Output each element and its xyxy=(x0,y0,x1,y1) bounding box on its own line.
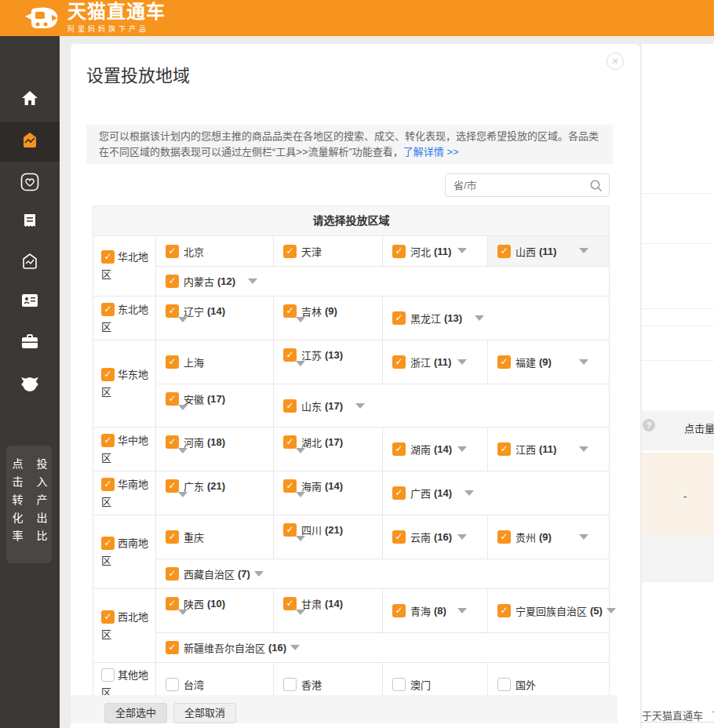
checkbox-checked[interactable] xyxy=(497,245,511,258)
checkbox-checked[interactable] xyxy=(283,245,297,258)
learn-more-link[interactable]: 了解详情 >> xyxy=(403,146,459,158)
checkbox-checked[interactable] xyxy=(101,434,115,447)
checkbox-checked[interactable] xyxy=(497,530,511,544)
dropdown-arrow-icon[interactable] xyxy=(457,359,467,365)
checkbox-checked[interactable] xyxy=(392,311,406,325)
checkbox-checked[interactable] xyxy=(392,530,406,544)
province-cell-海南[interactable]: 海南(14) xyxy=(274,471,383,515)
checkbox-checked[interactable] xyxy=(166,597,179,610)
checkbox-checked[interactable] xyxy=(101,368,115,381)
checkbox-unchecked[interactable] xyxy=(101,668,115,682)
checkbox-checked[interactable] xyxy=(166,355,179,369)
checkbox-checked[interactable] xyxy=(392,355,406,369)
region-cell-华北地区[interactable]: 华北地区 xyxy=(93,236,156,296)
province-cell-重庆[interactable]: 重庆 xyxy=(156,515,274,559)
checkbox-checked[interactable] xyxy=(101,478,115,491)
checkbox-unchecked[interactable] xyxy=(283,678,297,691)
dropdown-arrow-icon[interactable] xyxy=(178,492,188,509)
sidebar-item-home[interactable] xyxy=(0,79,60,118)
sidebar-item-account[interactable] xyxy=(0,282,60,321)
sidebar-item-favorites[interactable] xyxy=(0,163,60,202)
province-cell-辽宁[interactable]: 辽宁(14) xyxy=(156,297,274,340)
province-cell-宁夏回族自治区[interactable]: 宁夏回族自治区(5) xyxy=(488,589,609,632)
dropdown-arrow-icon[interactable] xyxy=(296,361,305,378)
province-cell-湖北[interactable]: 湖北(17) xyxy=(274,428,383,471)
province-cell-西藏自治区[interactable]: 西藏自治区(7) xyxy=(156,559,609,588)
checkbox-checked[interactable] xyxy=(283,348,297,362)
dropdown-arrow-icon[interactable] xyxy=(248,278,257,284)
province-cell-甘肃[interactable]: 甘肃(14) xyxy=(274,589,383,632)
dropdown-arrow-icon[interactable] xyxy=(290,645,300,650)
checkbox-checked[interactable] xyxy=(166,304,179,318)
region-cell-华南地区[interactable]: 华南地区 xyxy=(93,471,156,515)
checkbox-checked[interactable] xyxy=(101,537,115,550)
region-cell-东北地区[interactable]: 东北地区 xyxy=(93,297,156,340)
region-cell-西南地区[interactable]: 西南地区 xyxy=(93,515,156,588)
province-cell-广西[interactable]: 广西(14) xyxy=(383,471,609,515)
deselect-all-button[interactable]: 全部取消 xyxy=(173,703,236,723)
select-all-button[interactable]: 全部选中 xyxy=(104,703,167,723)
checkbox-checked[interactable] xyxy=(283,597,297,610)
dropdown-arrow-icon[interactable] xyxy=(579,359,588,365)
dropdown-arrow-icon[interactable] xyxy=(355,403,365,409)
province-cell-四川[interactable]: 四川(21) xyxy=(274,515,383,559)
province-cell-湖南[interactable]: 湖南(14) xyxy=(383,428,488,471)
checkbox-checked[interactable] xyxy=(392,604,406,617)
checkbox-checked[interactable] xyxy=(392,486,406,500)
province-cell-安徽[interactable]: 安徽(17) xyxy=(156,384,274,427)
checkbox-checked[interactable] xyxy=(283,399,297,413)
dropdown-arrow-icon[interactable] xyxy=(475,315,484,321)
checkbox-checked[interactable] xyxy=(166,479,179,493)
dropdown-arrow-icon[interactable] xyxy=(296,492,305,509)
checkbox-checked[interactable] xyxy=(497,604,511,617)
checkbox-unchecked[interactable] xyxy=(166,678,179,691)
dropdown-arrow-icon[interactable] xyxy=(579,446,588,452)
province-cell-上海[interactable]: 上海 xyxy=(156,340,274,384)
province-cell-吉林[interactable]: 吉林(9) xyxy=(274,297,383,340)
province-cell-北京[interactable]: 北京 xyxy=(156,236,274,266)
checkbox-checked[interactable] xyxy=(166,245,179,258)
province-cell-河南[interactable]: 河南(18) xyxy=(156,428,274,471)
province-cell-云南[interactable]: 云南(16) xyxy=(383,515,488,559)
checkbox-checked[interactable] xyxy=(166,567,179,581)
province-cell-河北[interactable]: 河北(11) xyxy=(383,236,488,266)
dropdown-arrow-icon[interactable] xyxy=(296,448,305,465)
checkbox-checked[interactable] xyxy=(283,304,297,318)
dropdown-arrow-icon[interactable] xyxy=(457,248,467,253)
province-cell-黑龙江[interactable]: 黑龙江(13) xyxy=(383,297,609,340)
region-cell-华东地区[interactable]: 华东地区 xyxy=(93,340,156,427)
checkbox-checked[interactable] xyxy=(101,610,115,624)
checkbox-checked[interactable] xyxy=(497,355,511,369)
dropdown-arrow-icon[interactable] xyxy=(296,317,305,334)
province-cell-陕西[interactable]: 陕西(10) xyxy=(156,589,274,632)
checkbox-checked[interactable] xyxy=(283,479,297,493)
dropdown-arrow-icon[interactable] xyxy=(579,248,588,253)
province-cell-内蒙古[interactable]: 内蒙古(12) xyxy=(156,267,609,296)
sidebar-item-tools[interactable] xyxy=(0,323,60,362)
dropdown-arrow-icon[interactable] xyxy=(178,448,188,465)
checkbox-checked[interactable] xyxy=(392,245,406,258)
region-cell-西北地区[interactable]: 西北地区 xyxy=(93,589,156,662)
dropdown-arrow-icon[interactable] xyxy=(178,610,188,627)
province-cell-江苏[interactable]: 江苏(13) xyxy=(274,340,383,384)
metric-tags-box[interactable]: 点击转化率 投入产出比 xyxy=(6,446,52,563)
dropdown-arrow-icon[interactable] xyxy=(178,405,188,422)
checkbox-checked[interactable] xyxy=(166,530,179,544)
checkbox-checked[interactable] xyxy=(166,392,179,406)
dropdown-arrow-icon[interactable] xyxy=(178,317,188,334)
sidebar-item-shop[interactable] xyxy=(0,242,60,282)
dropdown-arrow-icon[interactable] xyxy=(296,610,305,627)
province-cell-贵州[interactable]: 贵州(9) xyxy=(488,515,609,559)
province-cell-天津[interactable]: 天津 xyxy=(274,236,383,266)
checkbox-checked[interactable] xyxy=(283,523,297,537)
region-cell-华中地区[interactable]: 华中地区 xyxy=(93,428,156,471)
dropdown-arrow-icon[interactable] xyxy=(254,571,264,577)
help-icon[interactable]: ? xyxy=(643,419,655,431)
dropdown-arrow-icon[interactable] xyxy=(296,536,305,553)
search-input[interactable] xyxy=(454,174,583,196)
dropdown-arrow-icon[interactable] xyxy=(579,534,588,540)
province-cell-青海[interactable]: 青海(8) xyxy=(383,589,488,632)
checkbox-checked[interactable] xyxy=(497,442,511,456)
province-cell-山西[interactable]: 山西(11) xyxy=(488,236,609,266)
search-icon[interactable] xyxy=(589,179,603,195)
